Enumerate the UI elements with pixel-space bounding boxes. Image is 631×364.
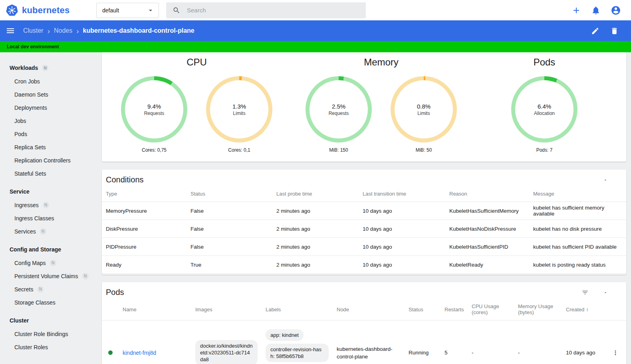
sidebar-group-service[interactable]: Service xyxy=(0,185,99,198)
cpu-chart-group: CPU 9.4% Requests Cores: 0,75 xyxy=(121,56,272,162)
sidebar-group-workloads[interactable]: Workloads N xyxy=(0,61,99,75)
resource-actions xyxy=(591,27,631,35)
breadcrumb-separator-icon: › xyxy=(48,27,50,35)
column-header-memory-usage: Memory Usage (bytes) xyxy=(514,299,562,320)
user-account-icon[interactable] xyxy=(611,5,621,16)
breadcrumb: Cluster › Nodes › kubernetes-dashboard-c… xyxy=(23,27,194,35)
pod-labels: app: kindnet controller-revision-hash: 5… xyxy=(266,329,329,364)
namespaced-badge: N xyxy=(40,228,46,235)
donut-footer: Cores: 0,75 xyxy=(142,147,167,153)
donut-footer: MiB: 50 xyxy=(416,147,432,153)
pod-label-chip: app: kindnet xyxy=(266,329,304,341)
condition-status: False xyxy=(187,220,272,238)
sidebar-item-ingress-classes[interactable]: Ingress Classes xyxy=(0,212,99,225)
sidebar-item-config-maps[interactable]: Config Maps N xyxy=(0,256,99,269)
sidebar-item-label: Secrets xyxy=(14,286,33,293)
memory-requests-donut: 2.5% Requests MiB: 150 xyxy=(306,76,372,153)
pod-label-chip: controller-revision-hash: 58f5b657b8 xyxy=(266,344,329,362)
search-bar[interactable] xyxy=(166,2,366,18)
condition-reason: KubeletHasSufficientMemory xyxy=(445,202,529,220)
sidebar-group-label: Cluster xyxy=(10,317,29,324)
condition-transition-time: 10 days ago xyxy=(359,220,445,238)
breadcrumb-cluster[interactable]: Cluster xyxy=(23,27,44,34)
pod-memory-usage: - xyxy=(514,320,562,364)
sidebar-item-services[interactable]: Services N xyxy=(0,225,99,238)
sidebar-item-daemon-sets[interactable]: Daemon Sets xyxy=(0,88,99,101)
sidebar-item-storage-classes[interactable]: Storage Classes xyxy=(0,296,99,309)
pod-name-link[interactable]: kindnet-fmj8d xyxy=(123,350,156,356)
create-resource-button[interactable] xyxy=(571,6,581,15)
sidebar-item-label: Cluster Role Bindings xyxy=(14,331,68,337)
pod-cpu-usage: - xyxy=(468,320,514,364)
sidebar-item-cluster-role-bindings[interactable]: Cluster Role Bindings xyxy=(0,327,99,340)
pod-node: kubernetes-dashboard-control-plane xyxy=(337,345,397,360)
sidebar-item-label: Jobs xyxy=(14,118,26,124)
sidebar-item-label: Daemon Sets xyxy=(14,91,48,98)
column-header-restarts: Restarts xyxy=(441,299,468,320)
collapse-card-icon[interactable] xyxy=(603,178,608,182)
sidebar-item-replica-sets[interactable]: Replica Sets xyxy=(0,140,99,154)
conditions-card: Conditions Type Status Last probe time L… xyxy=(102,170,626,275)
sidebar-item-label: Storage Classes xyxy=(14,299,56,306)
sidebar-item-pods[interactable]: Pods xyxy=(0,127,99,140)
collapse-card-icon[interactable] xyxy=(603,290,608,295)
memory-limits-donut: 0.8% Limits MiB: 50 xyxy=(391,76,457,153)
sidebar-item-jobs[interactable]: Jobs xyxy=(0,114,99,127)
sidebar-item-label: Stateful Sets xyxy=(14,170,46,177)
sidebar-group-cluster[interactable]: Cluster xyxy=(0,314,99,327)
column-header-status: Status xyxy=(405,299,441,320)
sidebar-item-ingresses[interactable]: Ingresses N xyxy=(0,198,99,212)
condition-probe-time: 2 minutes ago xyxy=(272,202,359,220)
condition-status: True xyxy=(187,256,272,274)
condition-status: False xyxy=(187,238,272,256)
donut-label: Limits xyxy=(417,111,430,116)
sidebar-item-stateful-sets[interactable]: Stateful Sets xyxy=(0,167,99,180)
donut-label: Limits xyxy=(233,111,245,116)
sidebar-group-label: Workloads xyxy=(10,65,38,71)
sidebar-group-config-and-storage[interactable]: Config and Storage xyxy=(0,243,99,256)
breadcrumb-bar: Cluster › Nodes › kubernetes-dashboard-c… xyxy=(0,20,631,41)
edit-pencil-icon[interactable] xyxy=(591,27,599,35)
column-header-actions xyxy=(604,299,626,320)
sort-ascending-icon: ↑ xyxy=(586,307,589,313)
sidebar-item-secrets[interactable]: Secrets N xyxy=(0,283,99,296)
cpu-chart-title: CPU xyxy=(187,56,207,68)
sidebar-group-label: Service xyxy=(10,188,30,195)
condition-type: PIDPressure xyxy=(102,238,187,256)
top-actions xyxy=(571,5,631,16)
row-more-options-icon[interactable] xyxy=(612,349,619,356)
column-header-last-probe-time: Last probe time xyxy=(272,187,359,202)
namespace-selector[interactable]: default xyxy=(96,3,159,18)
kubernetes-wheel-icon xyxy=(6,4,18,17)
delete-trash-icon[interactable] xyxy=(610,27,619,35)
search-input[interactable] xyxy=(187,7,359,14)
column-header-images: Images xyxy=(191,299,262,320)
kubernetes-logo[interactable]: kubernetes xyxy=(0,4,96,17)
menu-hamburger-icon[interactable] xyxy=(6,26,15,36)
sidebar-item-replication-controllers[interactable]: Replication Controllers xyxy=(0,154,99,167)
sidebar-item-cluster-roles[interactable]: Cluster Roles xyxy=(0,340,99,354)
conditions-table: Type Status Last probe time Last transit… xyxy=(102,187,626,274)
condition-message: kubelet has sufficient PID available xyxy=(529,238,626,256)
sidebar-item-deployments[interactable]: Deployments xyxy=(0,101,99,114)
column-header-created[interactable]: Created↑ xyxy=(562,299,604,320)
donut-ring: 9.4% Requests xyxy=(121,76,187,142)
filter-icon[interactable] xyxy=(581,289,589,296)
sidebar-item-cron-jobs[interactable]: Cron Jobs xyxy=(0,75,99,88)
donut-footer: MiB: 150 xyxy=(329,147,348,153)
table-row: PIDPressure False 2 minutes ago 10 days … xyxy=(102,238,626,256)
condition-status: False xyxy=(187,202,272,220)
notifications-bell-icon[interactable] xyxy=(591,6,601,15)
chevron-down-icon xyxy=(147,6,155,14)
sidebar-item-persistent-volume-claims[interactable]: Persistent Volume Claims N xyxy=(0,269,99,283)
pods-allocation-donut: 6.4% Allocation Pods: 7 xyxy=(511,76,577,153)
column-header-created-label: Created xyxy=(566,307,584,313)
condition-message: kubelet has sufficient memory available xyxy=(529,202,626,220)
sidebar-item-label: Ingress Classes xyxy=(14,215,54,222)
breadcrumb-nodes[interactable]: Nodes xyxy=(54,27,72,34)
environment-banner: Local dev environment xyxy=(0,41,631,52)
sidebar-item-label: Cluster Roles xyxy=(14,344,48,350)
donut-footer: Cores: 0,1 xyxy=(228,147,250,153)
cpu-requests-donut: 9.4% Requests Cores: 0,75 xyxy=(121,76,187,153)
memory-chart-title: Memory xyxy=(364,56,399,68)
